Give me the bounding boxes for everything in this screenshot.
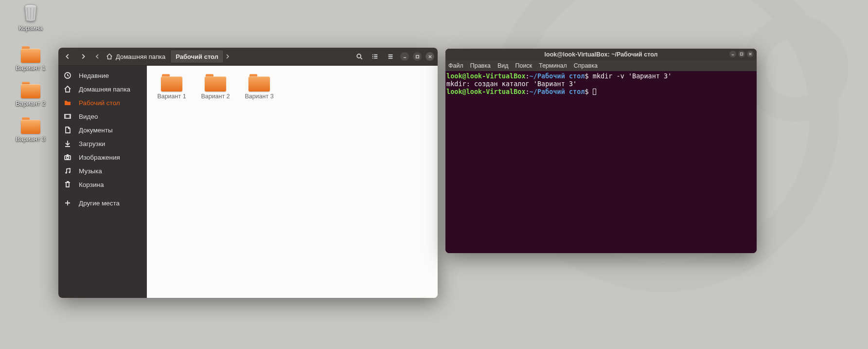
svg-rect-3 xyxy=(374,55,377,55)
hamburger-menu-button[interactable] xyxy=(383,50,398,63)
nav-forward-button[interactable] xyxy=(76,50,90,63)
nav-back-button[interactable] xyxy=(60,50,75,63)
window-maximize-button[interactable] xyxy=(413,52,422,61)
folder-icon xyxy=(63,98,72,107)
terminal-menu-item[interactable]: Терминал xyxy=(539,62,567,69)
folder-icon xyxy=(21,82,40,98)
trash-icon xyxy=(21,3,40,22)
desktop-icon-label: Вариант 2 xyxy=(9,100,53,107)
terminal-title: look@look-VirtualBox: ~/Рабочий стол xyxy=(545,51,658,58)
folder-icon xyxy=(161,74,182,92)
home-icon xyxy=(63,85,72,93)
sidebar-item[interactable]: Недавние xyxy=(58,69,147,82)
search-button[interactable] xyxy=(352,50,367,63)
terminal-line: look@look-VirtualBox:~/Рабочий стол$ mkd… xyxy=(446,72,756,80)
path-chevron-icon[interactable] xyxy=(224,50,231,63)
svg-point-12 xyxy=(67,157,69,159)
desktop-icon-folder[interactable]: Вариант 2 xyxy=(9,80,53,107)
camera-icon xyxy=(63,153,72,162)
clock-icon xyxy=(63,71,72,80)
folder-icon xyxy=(21,117,40,134)
terminal-menu-item[interactable]: Файл xyxy=(448,62,463,69)
terminal-menu-item[interactable]: Поиск xyxy=(515,62,532,69)
path-chevron-icon xyxy=(93,50,101,63)
video-icon xyxy=(63,112,72,121)
sidebar-item-label: Изображения xyxy=(79,154,120,161)
fm-content-area[interactable]: Вариант 1 Вариант 2 Вариант 3 xyxy=(147,66,438,298)
terminal-titlebar: look@look-VirtualBox: ~/Рабочий стол xyxy=(445,49,757,60)
terminal-line: look@look-VirtualBox:~/Рабочий стол$ xyxy=(446,88,756,95)
desktop-icon-folder[interactable]: Вариант 3 xyxy=(9,116,53,143)
doc-icon xyxy=(63,126,72,134)
terminal-menubar: ФайлПравкаВидПоискТерминалСправка xyxy=(445,60,757,71)
path-segment-current[interactable]: Рабочий стол xyxy=(170,50,224,63)
file-item-label: Вариант 1 xyxy=(155,93,189,100)
svg-rect-6 xyxy=(372,58,373,59)
window-close-button[interactable] xyxy=(747,51,754,57)
sidebar-item-label: Музыка xyxy=(79,167,102,175)
sidebar-item[interactable]: Изображения xyxy=(58,150,147,164)
desktop-icon-folder[interactable]: Вариант 1 xyxy=(9,45,53,72)
sidebar-item[interactable]: Другие места xyxy=(58,196,147,210)
sidebar-item[interactable]: Музыка xyxy=(58,164,147,178)
file-item-label: Вариант 3 xyxy=(242,93,276,100)
sidebar-item[interactable]: Корзина xyxy=(58,178,147,191)
terminal-menu-item[interactable]: Вид xyxy=(497,62,509,69)
home-icon xyxy=(106,53,113,60)
window-minimize-button[interactable] xyxy=(400,52,409,61)
sidebar-item[interactable]: Загрузки xyxy=(58,137,147,150)
window-maximize-button[interactable] xyxy=(738,51,745,57)
sidebar-item-label: Другие места xyxy=(79,200,120,207)
sidebar-item-label: Документы xyxy=(79,127,113,134)
path-current-label: Рабочий стол xyxy=(176,53,218,60)
svg-point-14 xyxy=(69,171,71,173)
svg-rect-4 xyxy=(372,56,373,57)
file-item-folder[interactable]: Вариант 2 xyxy=(198,73,232,100)
fm-headerbar: Домашняя папка Рабочий стол xyxy=(58,48,438,66)
folder-icon xyxy=(205,74,226,92)
sidebar-item-label: Видео xyxy=(79,113,98,120)
sidebar-item[interactable]: Видео xyxy=(58,110,147,123)
folder-icon xyxy=(248,74,270,92)
svg-rect-8 xyxy=(416,55,418,57)
sidebar-item[interactable]: Рабочий стол xyxy=(58,96,147,110)
desktop-icon-label: Вариант 1 xyxy=(9,64,53,72)
terminal-body[interactable]: look@look-VirtualBox:~/Рабочий стол$ mkd… xyxy=(445,71,757,253)
svg-rect-7 xyxy=(374,58,377,59)
download-icon xyxy=(63,139,72,148)
plus-icon xyxy=(63,199,72,207)
path-bar: Домашняя папка Рабочий стол xyxy=(93,49,231,64)
folder-icon xyxy=(21,46,40,63)
desktop-icon-label: Вариант 3 xyxy=(9,135,53,143)
path-home-label: Домашняя папка xyxy=(116,53,165,60)
svg-point-1 xyxy=(357,54,361,58)
sidebar-item-label: Домашняя папка xyxy=(79,86,130,93)
terminal-window: look@look-VirtualBox: ~/Рабочий стол Фай… xyxy=(445,49,757,253)
svg-rect-2 xyxy=(372,55,373,55)
terminal-menu-item[interactable]: Справка xyxy=(574,62,598,69)
file-item-folder[interactable]: Вариант 3 xyxy=(242,73,276,100)
sidebar-item-label: Корзина xyxy=(79,181,104,188)
sidebar-item[interactable]: Документы xyxy=(58,123,147,137)
music-icon xyxy=(63,166,72,175)
terminal-menu-item[interactable]: Правка xyxy=(470,62,491,69)
sidebar-item-label: Недавние xyxy=(79,72,109,79)
desktop-icon-trash[interactable]: Корзина xyxy=(9,3,53,32)
svg-point-13 xyxy=(65,172,67,174)
sidebar-item[interactable]: Домашняя папка xyxy=(58,82,147,96)
trash-icon xyxy=(63,180,72,189)
file-item-folder[interactable]: Вариант 1 xyxy=(155,73,189,100)
svg-rect-5 xyxy=(374,56,377,57)
view-toggle-button[interactable] xyxy=(368,50,382,63)
path-segment-home[interactable]: Домашняя папка xyxy=(101,50,170,63)
window-minimize-button[interactable] xyxy=(729,51,736,57)
file-manager-window: Домашняя папка Рабочий стол xyxy=(58,48,438,298)
desktop-icon-label: Корзина xyxy=(9,24,53,32)
sidebar-item-label: Рабочий стол xyxy=(79,99,120,107)
terminal-line: mkdir: создан каталог 'Вариант 3' xyxy=(446,80,756,88)
sidebar-item-label: Загрузки xyxy=(79,140,105,147)
file-item-label: Вариант 2 xyxy=(198,93,232,100)
window-close-button[interactable] xyxy=(425,52,434,61)
svg-rect-15 xyxy=(741,53,743,55)
fm-sidebar: Недавние Домашняя папка Рабочий стол Вид… xyxy=(58,66,147,298)
